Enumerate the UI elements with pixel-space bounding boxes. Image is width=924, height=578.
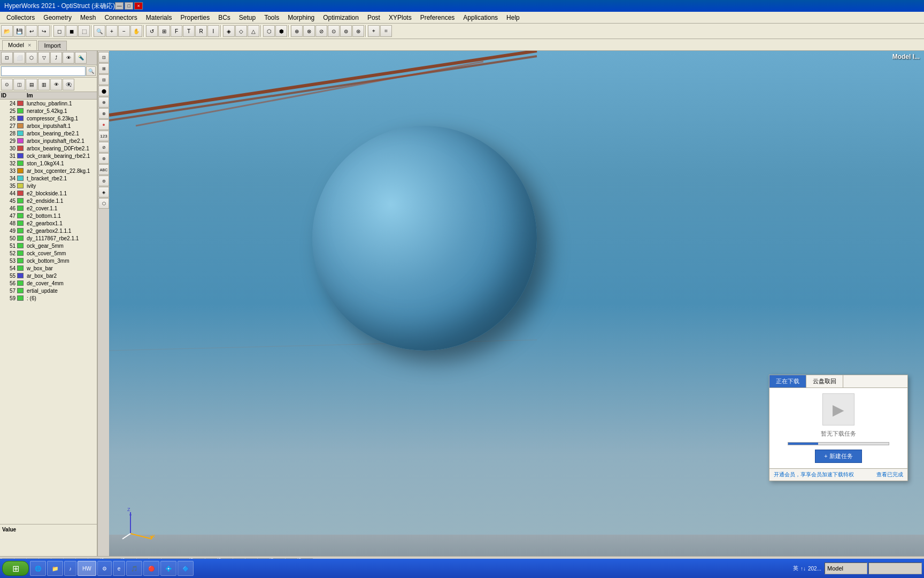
tb-undo[interactable]: ↩ (26, 25, 37, 37)
list-row[interactable]: 29 arbox_inputshaft_rbe2.1 (0, 137, 97, 144)
list-row[interactable]: 45 e2_endside.1.1 (0, 197, 97, 204)
taskbar-app-hw[interactable]: HW (78, 561, 96, 576)
lp-btn-5[interactable]: ⤴ (50, 52, 62, 64)
list-row[interactable]: 48 e2_gearbox1.1 (0, 219, 97, 227)
tb-render2[interactable]: ◇ (235, 25, 247, 37)
list-row[interactable]: 54 w_box_bar (0, 264, 97, 272)
list-row[interactable]: 27 arbox_inputshaft.1 (0, 122, 97, 130)
list-row[interactable]: 24 lunzhou_pbarlinn.1 (0, 100, 97, 107)
viewport[interactable]: Model I... Z X 正在下载 云盘取回 (109, 51, 924, 556)
rt-btn-3[interactable]: ⊟ (98, 74, 109, 85)
tb-snap1[interactable]: ⌖ (368, 25, 380, 37)
list-row[interactable]: 55 ar_box_bar2 (0, 272, 97, 279)
rt-btn-13[interactable]: ◈ (98, 187, 109, 197)
rt-btn-10[interactable]: ⊛ (98, 153, 109, 164)
tb-fit[interactable]: ⊞ (158, 25, 170, 37)
tb-misc1[interactable]: ⊕ (291, 25, 303, 37)
view-icon-2[interactable]: ◫ (13, 79, 25, 90)
list-row[interactable]: 34 t_bracket_rbe2.1 (0, 174, 97, 182)
tb-misc6[interactable]: ⊛ (352, 25, 364, 37)
tb-select[interactable]: ◻ (53, 25, 65, 37)
tb-misc5[interactable]: ⊚ (340, 25, 352, 37)
taskbar-app-5[interactable]: 💠 (160, 561, 176, 576)
tb-save[interactable]: 💾 (13, 25, 25, 37)
list-row[interactable]: 57 ertial_update (0, 287, 97, 294)
rt-btn-1[interactable]: ⊡ (98, 52, 109, 63)
taskbar-app-browser[interactable]: 🌐 (30, 561, 46, 576)
menu-geometry[interactable]: Geometry (39, 13, 76, 22)
taskbar-app-4[interactable]: 🔴 (143, 561, 159, 576)
minimize-button[interactable]: — (115, 2, 124, 10)
tb-select3[interactable]: ⬚ (78, 25, 90, 37)
menu-optimization[interactable]: Optimization (319, 13, 363, 22)
menu-applications[interactable]: Applications (459, 13, 502, 22)
tb-snap2[interactable]: ⌗ (380, 25, 392, 37)
tb-misc3[interactable]: ⊘ (315, 25, 327, 37)
lp-btn-4[interactable]: ▽ (38, 52, 50, 64)
rt-btn-2[interactable]: ⊞ (98, 63, 109, 74)
list-row[interactable]: 56 de_cover_4mm (0, 279, 97, 287)
tb-redo[interactable]: ↪ (38, 25, 50, 37)
tb-pan[interactable]: ✋ (130, 25, 142, 37)
list-row[interactable]: 51 ock_gear_5mm (0, 242, 97, 249)
taskbar-app-music[interactable]: ♪ (64, 561, 76, 576)
rt-btn-11[interactable]: ABC (98, 164, 109, 175)
tb-rotate[interactable]: ↺ (146, 25, 158, 37)
list-row[interactable]: 47 e2_bottom.1.1 (0, 212, 97, 219)
rt-btn-6[interactable]: ⊗ (98, 108, 109, 119)
list-row[interactable]: 46 e2_cover.1.1 (0, 204, 97, 212)
rt-btn-4[interactable]: ⬤ (98, 86, 109, 96)
lp-btn-3[interactable]: ⬡ (26, 52, 37, 64)
tb-zoomout[interactable]: − (118, 25, 130, 37)
menu-materials[interactable]: Materials (142, 13, 176, 22)
close-button[interactable]: × (134, 2, 143, 10)
menu-setup[interactable]: Setup (235, 13, 260, 22)
list-row[interactable]: 35 ivity (0, 182, 97, 189)
menu-properties[interactable]: Properties (176, 13, 214, 22)
menu-post[interactable]: Post (363, 13, 384, 22)
list-row[interactable]: 31 ock_crank_bearing_rbe2.1 (0, 152, 97, 159)
taskbar-app-files[interactable]: 📁 (47, 561, 63, 576)
tab-model[interactable]: Model × (2, 40, 37, 50)
rt-btn-12[interactable]: ⊜ (98, 176, 109, 186)
lp-btn-2[interactable]: ⬜ (13, 52, 25, 64)
list-row[interactable]: 33 ar_box_cgcenter_22.8kg.1 (0, 167, 97, 174)
tb-wire[interactable]: ⬢ (275, 25, 287, 37)
tb-right[interactable]: R (195, 25, 207, 37)
maximize-button[interactable]: □ (125, 2, 133, 10)
rt-btn-5[interactable]: ⊕ (98, 97, 109, 108)
tb-select2[interactable]: ◼ (66, 25, 78, 37)
tb-render1[interactable]: ◈ (223, 25, 235, 37)
dp-tab-cloud[interactable]: 云盘取回 (806, 375, 843, 387)
tb-misc2[interactable]: ⊗ (303, 25, 315, 37)
menu-help[interactable]: Help (502, 13, 524, 22)
list-row[interactable]: 25 nerator_5.42kg.1 (0, 107, 97, 115)
menu-preferences[interactable]: Preferences (416, 13, 459, 22)
taskbar-app-settings[interactable]: ⚙ (97, 561, 112, 576)
tb-shading[interactable]: ⬡ (263, 25, 275, 37)
tb-iso[interactable]: I (207, 25, 219, 37)
dp-new-task-button[interactable]: + 新建任务 (815, 450, 861, 463)
dp-footer-membership-link[interactable]: 开通会员，享享会员加速下载特权 (774, 471, 854, 478)
list-row[interactable]: 44 e2_blockside.1.1 (0, 189, 97, 197)
tb-misc4[interactable]: ⊙ (328, 25, 340, 37)
lp-btn-7[interactable]: 🔦 (75, 52, 87, 64)
list-row[interactable]: 28 arbox_bearing_rbe2.1 (0, 130, 97, 137)
menu-tools[interactable]: Tools (260, 13, 283, 22)
menu-collectors[interactable]: Collectors (2, 13, 39, 22)
list-row[interactable]: 52 ock_cover_5mm (0, 249, 97, 257)
tb-zoom[interactable]: 🔍 (94, 25, 105, 37)
view-icon-4[interactable]: ▥ (38, 79, 50, 90)
search-input[interactable] (1, 66, 86, 76)
list-row[interactable]: 49 e2_gearbox2.1.1.1 (0, 227, 97, 234)
tb-render3[interactable]: △ (248, 25, 259, 37)
rt-btn-9[interactable]: ⊘ (98, 142, 109, 153)
menu-morphing[interactable]: Morphing (283, 13, 319, 22)
list-row[interactable]: 50 dy_1117867_rbe2.1.1 (0, 234, 97, 242)
list-row[interactable]: 32 ston_1.0kgX4.1 (0, 159, 97, 167)
taskbar-app-6[interactable]: 🔷 (178, 561, 194, 576)
tab-model-close[interactable]: × (28, 42, 31, 48)
dp-tab-downloading[interactable]: 正在下载 (769, 375, 806, 387)
menu-connectors[interactable]: Connectors (100, 13, 141, 22)
search-btn[interactable]: 🔍 (86, 66, 96, 76)
